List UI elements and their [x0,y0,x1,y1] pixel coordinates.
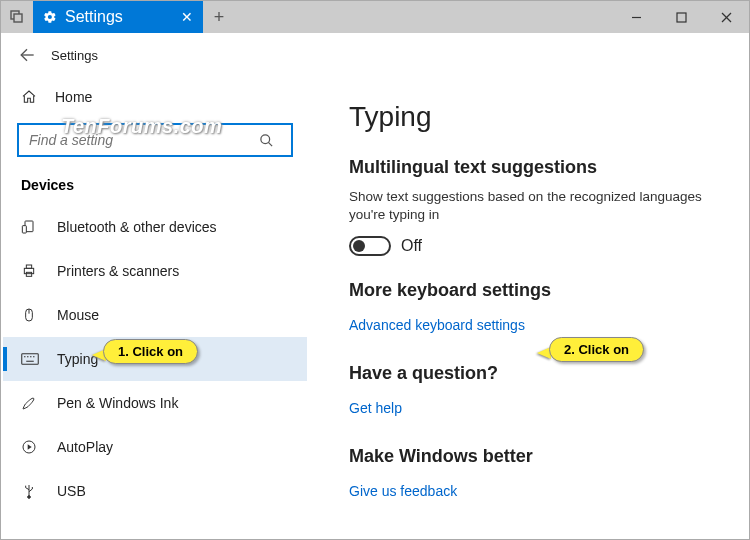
callout-2: 2. Click on [549,337,644,362]
usb-icon [21,483,39,499]
sidebar-item-pen[interactable]: Pen & Windows Ink [3,381,307,425]
sidebar-item-printers[interactable]: Printers & scanners [3,249,307,293]
new-tab-button[interactable]: + [203,1,235,33]
get-help-link[interactable]: Get help [349,400,402,416]
section-feedback-heading: Make Windows better [349,446,721,467]
keyboard-icon [21,352,39,366]
back-button[interactable] [7,45,47,65]
window-maximize-button[interactable] [659,1,704,33]
section-question-heading: Have a question? [349,363,721,384]
callout-1: 1. Click on [103,339,198,364]
feedback-link[interactable]: Give us feedback [349,483,457,499]
home-icon [21,89,37,105]
pen-icon [21,395,39,411]
devices-icon [21,219,39,235]
settings-header: Settings [1,33,749,77]
browser-tabstrip: Settings ✕ + [1,1,749,33]
sidebar-item-label: Pen & Windows Ink [57,395,178,411]
toggle-label: Off [401,237,422,255]
sidebar-item-label: Bluetooth & other devices [57,219,217,235]
sidebar-home[interactable]: Home [3,77,307,117]
mouse-icon [21,307,39,323]
sidebar-item-bluetooth[interactable]: Bluetooth & other devices [3,205,307,249]
sidebar-section-heading: Devices [3,171,307,205]
settings-main: Typing Multilingual text suggestions Sho… [309,77,749,539]
sidebar-item-label: USB [57,483,86,499]
gear-icon [43,10,57,24]
advanced-keyboard-link[interactable]: Advanced keyboard settings [349,317,525,333]
svg-point-25 [28,496,31,499]
sidebar-item-label: AutoPlay [57,439,113,455]
settings-sidebar: Home Devices Bluetooth & other devices P… [1,77,309,539]
svg-point-7 [261,134,270,143]
svg-rect-3 [677,13,686,22]
multilingual-toggle[interactable] [349,236,391,256]
window-list-icon[interactable] [1,1,33,33]
svg-rect-12 [26,265,31,268]
tab-settings[interactable]: Settings ✕ [33,1,203,33]
sidebar-item-autoplay[interactable]: AutoPlay [3,425,307,469]
sidebar-item-usb[interactable]: USB [3,469,307,513]
sidebar-item-mouse[interactable]: Mouse [3,293,307,337]
search-input-wrap[interactable] [17,123,293,157]
svg-rect-1 [14,14,22,22]
search-input[interactable] [19,132,259,148]
svg-marker-23 [28,444,32,449]
sidebar-home-label: Home [55,89,92,105]
window-minimize-button[interactable] [614,1,659,33]
header-title: Settings [47,48,98,63]
sidebar-item-label: Mouse [57,307,99,323]
section-more-keyboard-heading: More keyboard settings [349,280,721,301]
page-title: Typing [349,101,721,133]
printer-icon [21,263,39,279]
tab-close-icon[interactable]: ✕ [181,9,193,25]
svg-rect-10 [22,226,26,233]
section-multilingual-desc: Show text suggestions based on the recog… [349,188,721,224]
tab-title: Settings [65,8,123,26]
autoplay-icon [21,439,39,455]
search-icon[interactable] [259,133,291,148]
svg-rect-13 [26,272,31,276]
svg-rect-16 [22,354,39,365]
window-close-button[interactable] [704,1,749,33]
sidebar-item-label: Printers & scanners [57,263,179,279]
svg-line-8 [268,142,272,146]
svg-rect-11 [24,268,33,273]
section-multilingual-heading: Multilingual text suggestions [349,157,721,178]
